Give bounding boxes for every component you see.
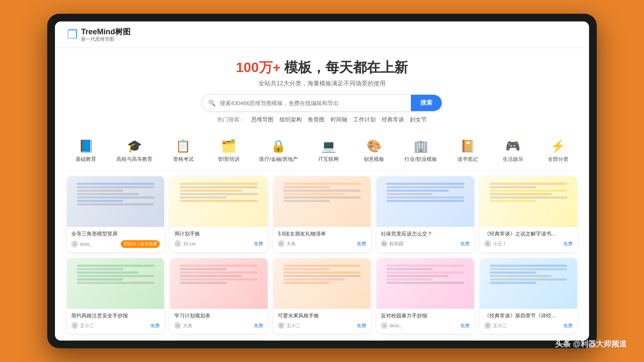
template-author-7: 大 大灰 [174,322,192,329]
template-author-2: 1 10.cm [174,240,196,247]
main-content: 100万+ 模板，每天都在上新 全站共12大分类，海量模板满足不同场景的使用 🔍… [55,48,589,341]
higher-edu-label: 高校与高等教育 [116,156,152,163]
hot-search-label: 热门搜索： [217,116,245,124]
template-card-10[interactable]: 《经典常谈》第四章节《诗经... 王 王小二 免费 [480,258,577,333]
app-header: ❐ TreeMind树图 新一代思维导图 [55,21,589,48]
template-card-6[interactable]: 简约风格注意安全手抄报 王 王小二 免费 [67,258,164,333]
hot-tag-4[interactable]: 工作计划 [353,116,376,124]
template-card-8[interactable]: 可爱水果风格手账 王 王小二 免费 [273,258,371,333]
template-card-7[interactable]: 学习计划规划表 大 大灰 免费 [170,258,267,333]
category-creative[interactable]: 🎨 创意模板 [355,136,393,166]
template-thumb-7 [170,258,267,309]
category-medical[interactable]: 🔒 医疗/金融/房地产 [255,136,303,166]
template-author-1: d divlo_ [71,241,92,247]
hero-title-rest: 模板，每天都在上新 [281,60,408,75]
life-label: 生活娱乐 [503,156,523,163]
higher-edu-icon: 🎓 [127,139,142,153]
badge-points-1: 30积分 / 会员免费 [121,240,160,248]
reading-label: 读书笔记 [457,156,478,163]
it-label: IT互联网 [319,156,339,163]
categories-row: 📘 基础教育 🎓 高校与高等教育 📋 资格考试 🗂️ 管理/培训 🔒 [67,130,577,170]
search-input[interactable] [220,96,411,111]
hot-tag-1[interactable]: 组织架构 [279,116,302,124]
template-info-10: 《经典常谈》第四章节《诗经... 王 王小二 免费 [480,309,577,333]
template-title-2: 周计划手账 [174,230,263,238]
template-card-4[interactable]: 社保究竟应该怎么交？ 粽 粽馅团 免费 [377,176,474,252]
creative-label: 创意模板 [364,156,384,163]
template-info-1: 全等三角形模型竖屏 d divlo_ 30积分 / 会员免费 [67,227,164,252]
hero-subtitle: 全站共12大分类，海量模板满足不同场景的使用 [67,80,577,87]
category-reading[interactable]: 📔 读书笔记 [449,136,486,166]
diagram-6 [74,262,157,305]
industry-icon: 🏢 [413,139,428,153]
badge-free-3: 免费 [357,241,366,247]
life-icon: 🎮 [505,139,520,153]
diagram-4 [384,180,466,223]
category-all[interactable]: ⚡ 全部分类 [539,136,577,166]
logo-text: TreeMind树图 新一代思维导图 [81,27,131,42]
creative-icon: 🎨 [367,139,382,153]
app-name: TreeMind树图 [81,27,131,36]
badge-free-5: 免费 [563,241,573,247]
author-avatar-10: 王 [484,322,491,329]
author-avatar-8: 王 [278,322,285,329]
watermark: 头条 @利器大师频道 [555,339,627,349]
hero-section: 100万+ 模板，每天都在上新 全站共12大分类，海量模板满足不同场景的使用 🔍… [67,48,577,130]
logo-area: ❐ TreeMind树图 新一代思维导图 [67,27,131,42]
badge-free-4: 免费 [460,241,470,247]
category-basic-edu[interactable]: 📘 基础教育 [67,136,105,166]
hot-tag-2[interactable]: 鱼骨图 [308,116,325,124]
template-card-2[interactable]: 周计划手账 1 10.cm 免费 [170,176,267,252]
template-meta-5: 王 小王！ 免费 [484,240,573,247]
diagram-8 [281,262,363,305]
qualification-icon: 📋 [176,139,191,153]
template-title-7: 学习计划规划表 [174,312,263,320]
category-it[interactable]: 💻 IT互联网 [310,136,348,166]
template-title-3: 3.8送女朋友礼物清单 [278,230,366,238]
hot-tag-6[interactable]: 妇女节 [410,116,427,124]
hot-tag-0[interactable]: 思维导图 [251,116,273,124]
template-title-6: 简约风格注意安全手抄报 [71,312,160,320]
template-info-9: 反对校园暴力手抄报 d divlo_ 免费 [377,309,474,333]
template-meta-6: 王 王小二 免费 [71,322,160,329]
category-industry[interactable]: 🏢 行业/职业模板 [400,136,441,166]
template-meta-9: d divlo_ 免费 [381,322,469,329]
category-qualification[interactable]: 📋 资格考试 [164,136,202,166]
diagram-3 [281,180,363,223]
template-author-6: 王 王小二 [71,322,94,329]
app-tagline: 新一代思维导图 [81,36,131,42]
template-card-1[interactable]: 全等三角形模型竖屏 d divlo_ 30积分 / 会员免费 [67,176,164,252]
template-card-5[interactable]: 《经典常谈》之说文解字读书... 王 小王！ 免费 [480,176,577,252]
template-thumb-6 [67,258,164,309]
template-thumb-4 [377,176,474,227]
template-title-4: 社保究竟应该怎么交？ [381,230,469,238]
hero-title: 100万+ 模板，每天都在上新 [67,58,577,77]
diagram-9 [384,262,466,305]
management-label: 管理/培训 [218,156,240,163]
template-author-5: 王 小王！ [484,240,507,247]
basic-edu-icon: 📘 [79,139,94,153]
template-title-8: 可爱水果风格手账 [278,312,366,320]
template-thumb-10 [480,258,577,309]
diagram-2 [177,180,260,223]
template-info-4: 社保究竟应该怎么交？ 粽 粽馅团 免费 [377,227,474,251]
reading-icon: 📔 [460,139,475,153]
category-management[interactable]: 🗂️ 管理/培训 [210,136,247,166]
hot-tag-5[interactable]: 经典常谈 [382,116,404,124]
template-meta-2: 1 10.cm 免费 [174,240,263,247]
template-card-3[interactable]: 3.8送女朋友礼物清单 大 大灰 免费 [273,176,371,252]
search-bar: 🔍 搜索 [202,94,442,112]
category-higher-edu[interactable]: 🎓 高校与高等教育 [112,136,157,166]
template-meta-8: 王 王小二 免费 [278,322,366,329]
hot-tag-3[interactable]: 时间轴 [331,116,347,124]
template-title-1: 全等三角形模型竖屏 [71,230,160,238]
templates-grid-row2: 简约风格注意安全手抄报 王 王小二 免费 [67,258,577,333]
author-avatar-2: 1 [174,240,181,247]
template-meta-4: 粽 粽馅团 免费 [381,240,469,247]
template-author-10: 王 王小二 [484,322,507,329]
search-button[interactable]: 搜索 [411,95,442,111]
category-life[interactable]: 🎮 生活娱乐 [494,136,532,166]
all-icon: ⚡ [550,139,565,153]
template-card-9[interactable]: 反对校园暴力手抄报 d divlo_ 免费 [377,258,474,333]
qualification-label: 资格考试 [173,156,194,163]
